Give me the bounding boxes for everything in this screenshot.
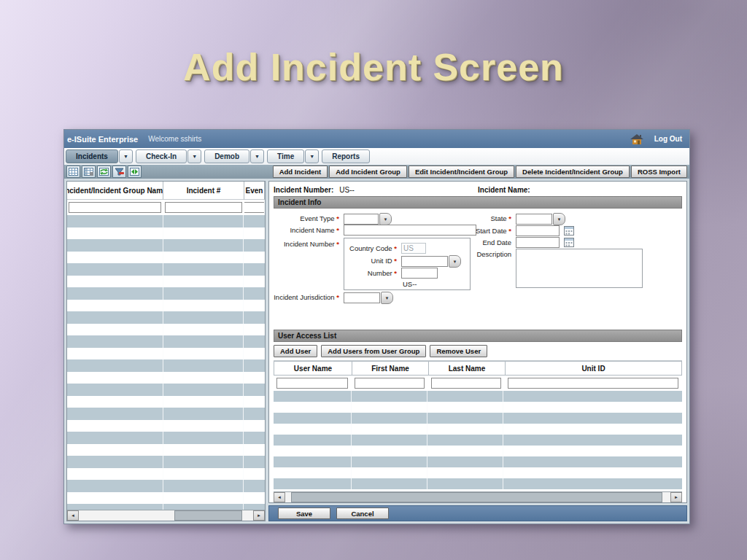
incident-row[interactable]	[67, 228, 265, 240]
filter-even-input[interactable]	[244, 202, 265, 213]
incident-name-input[interactable]	[344, 225, 476, 236]
save-button[interactable]: Save	[278, 508, 330, 519]
incident-row[interactable]	[67, 252, 265, 264]
state-dropdown-icon[interactable]: ▼	[553, 213, 565, 225]
tab-reports[interactable]: Reports	[322, 149, 370, 163]
end-date-calendar-icon[interactable]	[564, 238, 574, 247]
incident-jurisdiction-select[interactable]	[344, 292, 380, 303]
incident-row[interactable]	[67, 492, 265, 505]
user-row[interactable]	[274, 435, 682, 446]
event-type-select[interactable]	[344, 214, 379, 225]
user-row[interactable]	[274, 424, 682, 435]
incident-row[interactable]	[67, 504, 265, 510]
add-user-button[interactable]: Add User	[274, 345, 317, 357]
start-date-input[interactable]	[516, 225, 560, 236]
incident-detail-column: Incident Number: US-- Incident Name: Inc…	[268, 181, 687, 521]
incident-jurisdiction-dropdown-icon[interactable]: ▼	[381, 292, 393, 304]
incident-row[interactable]	[67, 263, 265, 276]
incident-row[interactable]	[67, 276, 265, 288]
scroll-right-arrow[interactable]: ►	[253, 510, 265, 521]
user-row[interactable]	[274, 489, 682, 491]
filter-unit-id-input[interactable]	[508, 378, 678, 389]
user-row[interactable]	[274, 446, 682, 456]
state-select[interactable]	[516, 214, 552, 225]
incident-row[interactable]	[67, 396, 265, 408]
tab-incidents-dropdown-icon[interactable]: ▼	[119, 149, 133, 163]
remove-user-button[interactable]: Remove User	[430, 345, 487, 357]
incident-row[interactable]	[67, 287, 265, 300]
incident-row[interactable]	[67, 384, 265, 396]
description-textarea[interactable]	[516, 249, 643, 288]
filter-incident-input[interactable]	[165, 202, 242, 213]
refresh-icon[interactable]	[97, 166, 111, 178]
add-incident-button[interactable]: Add Incident	[273, 166, 328, 178]
tab-group-incidents: Incidents▼	[66, 149, 133, 163]
tab-demob-dropdown-icon[interactable]: ▼	[250, 149, 264, 163]
user-row[interactable]	[274, 402, 682, 413]
incident-row[interactable]	[67, 359, 265, 372]
incident-row[interactable]	[67, 324, 265, 336]
incident-row[interactable]	[67, 348, 265, 360]
unit-id-dropdown-icon[interactable]: ▼	[449, 255, 461, 268]
incident-row[interactable]	[67, 444, 265, 456]
scroll-left-arrow[interactable]: ◄	[274, 492, 285, 502]
end-date-input[interactable]	[516, 237, 560, 248]
scrollbar-thumb[interactable]	[291, 492, 662, 502]
cancel-button[interactable]: Cancel	[336, 508, 389, 519]
add-incident-group-button[interactable]: Add Incident Group	[329, 166, 407, 178]
tab-check-in-dropdown-icon[interactable]: ▼	[187, 149, 201, 163]
user-row[interactable]	[274, 413, 682, 424]
home-icon[interactable]	[630, 133, 644, 145]
user-row[interactable]	[274, 391, 682, 402]
tab-check-in[interactable]: Check-In	[136, 149, 187, 163]
incident-row[interactable]	[67, 480, 265, 492]
incident-row[interactable]	[67, 215, 265, 228]
incident-row[interactable]	[67, 408, 265, 420]
incident-row[interactable]	[67, 420, 265, 432]
filter-last-name-input[interactable]	[431, 378, 501, 389]
scroll-left-arrow[interactable]: ◄	[67, 510, 79, 521]
incident-row[interactable]	[67, 300, 265, 312]
ross-import-button[interactable]: ROSS Import	[631, 166, 687, 178]
user-row[interactable]	[274, 478, 682, 489]
tab-incidents[interactable]: Incidents	[66, 149, 118, 163]
add-users-from-user-group-button[interactable]: Add Users from User Group	[321, 345, 426, 357]
unit-id-label: Unit ID *	[344, 257, 397, 265]
edit-incident-incident-group-button[interactable]: Edit Incident/Incident Group	[409, 166, 514, 178]
event-type-dropdown-icon[interactable]: ▼	[379, 213, 392, 225]
grid-icon[interactable]	[66, 166, 80, 178]
filter-cell-first-name	[352, 378, 428, 389]
scrollbar-track[interactable]	[285, 492, 670, 502]
incident-row[interactable]	[67, 456, 265, 468]
incident-row[interactable]	[67, 239, 265, 252]
footer-bar: Save Cancel	[268, 505, 687, 521]
scroll-right-arrow[interactable]: ►	[670, 492, 682, 502]
tab-demob[interactable]: Demob	[204, 149, 249, 163]
scrollbar-track[interactable]	[79, 510, 253, 521]
delete-incident-incident-group-button[interactable]: Delete Incident/Incident Group	[516, 166, 630, 178]
incident-row[interactable]	[67, 335, 265, 348]
filter-first-name-input[interactable]	[355, 378, 425, 389]
filter-incident-incident-group-name-input[interactable]	[69, 202, 161, 213]
transfer-arrows-icon[interactable]	[128, 166, 142, 178]
tab-time[interactable]: Time	[267, 149, 304, 163]
filter-remove-icon[interactable]	[112, 166, 126, 178]
logout-button[interactable]: Log Out	[654, 135, 682, 143]
unit-id-select[interactable]	[401, 256, 448, 267]
tab-time-dropdown-icon[interactable]: ▼	[305, 149, 319, 163]
start-date-calendar-icon[interactable]	[564, 226, 574, 236]
incident-row[interactable]	[67, 468, 265, 481]
start-date-label: Start Date *	[468, 227, 511, 235]
tab-group-check-in: Check-In▼	[136, 149, 201, 163]
user-row[interactable]	[274, 456, 682, 467]
incident-table-filters	[67, 200, 265, 215]
incident-row[interactable]	[67, 432, 265, 444]
number-input[interactable]	[401, 268, 438, 279]
incident-detail-panel: Incident Number: US-- Incident Name: Inc…	[268, 181, 687, 503]
incident-row[interactable]	[67, 372, 265, 384]
incident-row[interactable]	[67, 311, 265, 324]
user-row[interactable]	[274, 467, 682, 478]
scrollbar-thumb[interactable]	[174, 510, 242, 521]
filter-user-name-input[interactable]	[276, 378, 348, 389]
grid-columns-icon[interactable]	[82, 166, 96, 178]
